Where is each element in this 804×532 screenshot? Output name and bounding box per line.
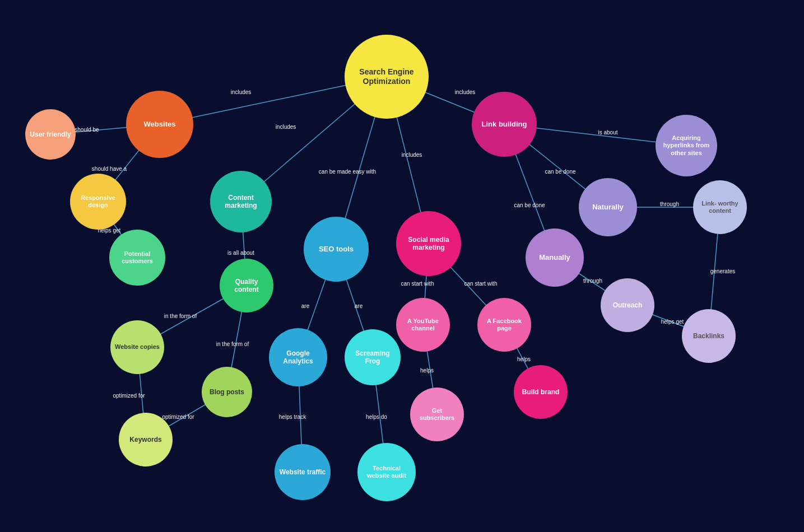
svg-text:are: are: [301, 303, 310, 309]
svg-text:in the form of: in the form of: [164, 313, 197, 319]
node-content-marketing[interactable]: Content marketing: [210, 171, 272, 232]
node-google-analytics[interactable]: Google Analytics: [269, 328, 327, 386]
svg-text:can start with: can start with: [401, 281, 434, 287]
node-naturally[interactable]: Naturally: [579, 178, 637, 236]
node-acquiring[interactable]: Acquiring hyperlinks from other sites: [656, 115, 717, 176]
svg-text:can be done: can be done: [514, 202, 545, 208]
node-social-media[interactable]: Social media marketing: [396, 211, 461, 276]
node-responsive[interactable]: Responsive design: [70, 174, 126, 230]
svg-text:is all about: is all about: [227, 250, 254, 256]
node-user-friendly[interactable]: User friendly: [25, 109, 76, 160]
svg-text:includes: includes: [402, 152, 422, 158]
svg-text:are: are: [355, 303, 363, 309]
node-screaming-frog[interactable]: Screaming Frog: [345, 329, 401, 385]
svg-text:optimized for: optimized for: [113, 393, 145, 399]
node-build-brand[interactable]: Build brand: [514, 365, 568, 419]
node-keywords[interactable]: Keywords: [119, 413, 173, 466]
svg-text:through: through: [660, 201, 679, 207]
node-blog-posts[interactable]: Blog posts: [202, 367, 252, 417]
mind-map: includesincludescan be made easy withinc…: [0, 0, 804, 532]
svg-text:helps: helps: [420, 367, 434, 374]
svg-text:includes: includes: [276, 124, 296, 130]
svg-text:helps track: helps track: [279, 414, 306, 420]
svg-text:includes: includes: [455, 89, 476, 95]
svg-text:helps: helps: [517, 356, 531, 362]
node-youtube[interactable]: A YouTube channel: [396, 298, 450, 352]
node-seo[interactable]: Search Engine Optimization: [345, 35, 429, 119]
node-backlinks[interactable]: Backlinks: [682, 309, 736, 363]
node-website-copies[interactable]: Website copies: [110, 320, 164, 374]
node-manually[interactable]: Manually: [526, 228, 584, 287]
svg-text:helps do: helps do: [366, 414, 387, 420]
svg-text:generates: generates: [710, 268, 735, 274]
svg-text:can be made easy with: can be made easy with: [319, 169, 376, 175]
svg-text:should have a: should have a: [92, 166, 127, 172]
svg-text:can be done: can be done: [545, 169, 575, 175]
svg-text:includes: includes: [231, 89, 252, 95]
node-quality[interactable]: Quality content: [220, 259, 273, 312]
svg-text:can start with: can start with: [464, 281, 498, 287]
node-outreach[interactable]: Outreach: [601, 278, 654, 332]
node-websites[interactable]: Websites: [126, 91, 193, 158]
svg-text:in the form of: in the form of: [216, 341, 249, 347]
node-facebook[interactable]: A Facebook page: [477, 298, 531, 352]
svg-text:through: through: [583, 278, 602, 284]
node-get-subscribers[interactable]: Get subscribers: [410, 388, 464, 441]
node-seo-tools[interactable]: SEO tools: [304, 217, 369, 282]
svg-text:optimized for: optimized for: [162, 414, 194, 420]
svg-text:should be: should be: [75, 127, 99, 133]
node-website-traffic[interactable]: Website traffic: [275, 444, 331, 500]
node-tech-audit[interactable]: Technical website audit: [357, 443, 416, 501]
svg-text:helps get: helps get: [661, 319, 684, 325]
node-link-building[interactable]: Link building: [472, 92, 537, 157]
node-link-worthy[interactable]: Link- worthy content: [693, 180, 747, 234]
svg-text:is about: is about: [598, 129, 617, 136]
node-potential[interactable]: Potential customers: [109, 230, 165, 286]
